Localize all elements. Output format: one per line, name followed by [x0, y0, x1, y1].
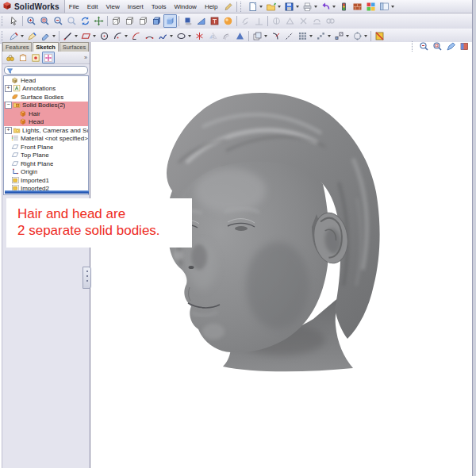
dropdown-caret[interactable] — [364, 35, 367, 37]
dropdown-caret[interactable] — [278, 6, 281, 8]
tree-item-right-plane[interactable]: Right Plane — [4, 159, 88, 168]
dropdown-caret[interactable] — [52, 35, 56, 37]
tree-item-hair[interactable]: Hair — [4, 109, 88, 118]
dropdown-caret[interactable] — [314, 6, 317, 8]
select-arrow-icon[interactable] — [7, 14, 21, 28]
design-binder-icon[interactable] — [4, 52, 17, 63]
ellipse-icon[interactable] — [175, 29, 188, 43]
mirror-entities-icon[interactable] — [206, 29, 220, 43]
select-pen-icon[interactable] — [444, 40, 458, 53]
appearance-box-icon[interactable] — [458, 40, 471, 53]
tree-item-top-plane[interactable]: Top Plane — [4, 152, 88, 160]
tree-item-material-not-specified[interactable]: Material <not specified> — [4, 135, 88, 144]
zoom-area-icon[interactable] — [38, 14, 52, 28]
shadows-icon[interactable] — [181, 14, 194, 28]
perpendicular-relation-icon[interactable] — [252, 14, 266, 28]
tree-item-head[interactable]: Head — [4, 76, 88, 85]
dropdown-caret[interactable] — [259, 6, 263, 8]
color-swatches-icon[interactable] — [364, 0, 378, 13]
tree-item-solid-bodies-2[interactable]: −Solid Bodies(2) — [4, 102, 88, 110]
three-point-arc-icon[interactable] — [143, 29, 156, 43]
sketch-relation-icon[interactable] — [239, 14, 252, 28]
dropdown-caret[interactable] — [125, 35, 128, 37]
panel-overflow-chevron[interactable]: » — [84, 55, 90, 60]
modify-sketch-icon[interactable] — [373, 29, 386, 43]
relation-c-icon[interactable] — [297, 14, 310, 28]
expand-plus-icon[interactable]: + — [5, 85, 12, 92]
dropdown-caret[interactable] — [309, 35, 313, 37]
offset-entities-icon[interactable] — [220, 29, 233, 43]
dropdown-caret[interactable] — [296, 6, 299, 8]
relation-b-icon[interactable] — [283, 14, 297, 28]
undo-icon[interactable] — [319, 0, 332, 13]
3d-sketch-icon[interactable] — [25, 29, 39, 43]
circle-icon[interactable] — [98, 29, 111, 43]
zoom-out-icon[interactable] — [417, 40, 431, 53]
section-view-icon[interactable] — [194, 14, 208, 28]
zoom-inout-icon[interactable] — [52, 14, 65, 28]
display-pane-box-icon[interactable] — [17, 52, 29, 63]
hide-show-icon[interactable] — [29, 52, 42, 63]
dropdown-caret[interactable] — [93, 35, 96, 37]
realview-icon[interactable] — [221, 14, 235, 28]
menu-item-edit[interactable]: Edit — [83, 2, 102, 12]
dropdown-caret[interactable] — [188, 35, 191, 37]
menu-item-file[interactable]: File — [65, 2, 83, 12]
tree-item-imported1[interactable]: Imported1 — [4, 176, 88, 185]
linear-pattern-icon[interactable] — [296, 29, 309, 43]
step-pattern-icon[interactable] — [314, 29, 328, 43]
tangent-arc-icon[interactable] — [129, 29, 143, 43]
shaded-icon[interactable] — [163, 14, 177, 28]
tree-filter-input[interactable] — [4, 66, 88, 75]
tree-item-annotations[interactable]: +Annotations — [4, 85, 88, 94]
hidden-lines-removed-icon[interactable] — [136, 14, 150, 28]
menu-pencil-icon[interactable] — [221, 0, 235, 13]
menu-item-help[interactable]: Help — [201, 2, 221, 12]
rollback-bar[interactable] — [5, 190, 89, 194]
centerpoint-arc-icon[interactable] — [111, 29, 125, 43]
tree-item-front-plane[interactable]: Front Plane — [4, 143, 88, 152]
display-pane-icon[interactable] — [378, 0, 391, 13]
hidden-lines-visible-icon[interactable] — [123, 14, 136, 28]
save-icon[interactable] — [282, 0, 296, 13]
rotate-view-icon[interactable] — [79, 14, 92, 28]
open-icon[interactable] — [264, 0, 278, 13]
pan-icon[interactable] — [92, 14, 106, 28]
dropdown-caret[interactable] — [346, 35, 349, 37]
trim-entities-icon[interactable] — [269, 29, 282, 43]
dropdown-caret[interactable] — [328, 35, 331, 37]
menu-item-tools[interactable]: Tools — [148, 2, 171, 12]
rectangle-icon[interactable] — [79, 29, 93, 43]
convert-entities-icon[interactable] — [233, 29, 247, 43]
tree-item-surface-bodies[interactable]: Surface Bodies — [4, 93, 88, 102]
new-document-icon[interactable] — [246, 0, 259, 13]
appearance-bricks-icon[interactable] — [351, 0, 364, 13]
line-icon[interactable] — [61, 29, 75, 43]
print-icon[interactable] — [301, 0, 314, 13]
relation-d-icon[interactable] — [310, 14, 324, 28]
relation-e-icon[interactable] — [324, 14, 337, 28]
wireframe-icon[interactable] — [109, 14, 123, 28]
expand-plus-icon[interactable]: + — [5, 127, 12, 134]
dropdown-caret[interactable] — [391, 6, 394, 8]
dropdown-caret[interactable] — [170, 35, 173, 37]
dropdown-caret[interactable] — [75, 35, 78, 37]
collapse-minus-icon[interactable]: − — [5, 102, 12, 109]
circular-pattern-icon[interactable] — [351, 29, 364, 43]
menu-item-insert[interactable]: Insert — [124, 2, 148, 12]
tab-surfaces[interactable]: Surfaces — [60, 42, 89, 52]
tree-item-lights-cameras-and-scene[interactable]: +Lights, Cameras and Scene — [4, 126, 88, 135]
spline-icon[interactable] — [156, 29, 170, 43]
dropdown-caret[interactable] — [332, 6, 336, 8]
relation-a-icon[interactable] — [270, 14, 283, 28]
construction-geometry-icon[interactable] — [282, 29, 296, 43]
menu-item-window[interactable]: Window — [170, 2, 200, 12]
smart-dimension-icon[interactable] — [39, 29, 52, 43]
texture-icon[interactable] — [208, 14, 221, 28]
zoom-selection-icon[interactable] — [65, 14, 79, 28]
shaded-with-edges-icon[interactable] — [150, 14, 163, 28]
tab-sketch[interactable]: Sketch — [33, 42, 58, 52]
rebuild-icon[interactable] — [337, 0, 351, 13]
zoom-window-icon[interactable] — [431, 40, 444, 53]
panel-splitter-handle[interactable] — [83, 267, 91, 289]
